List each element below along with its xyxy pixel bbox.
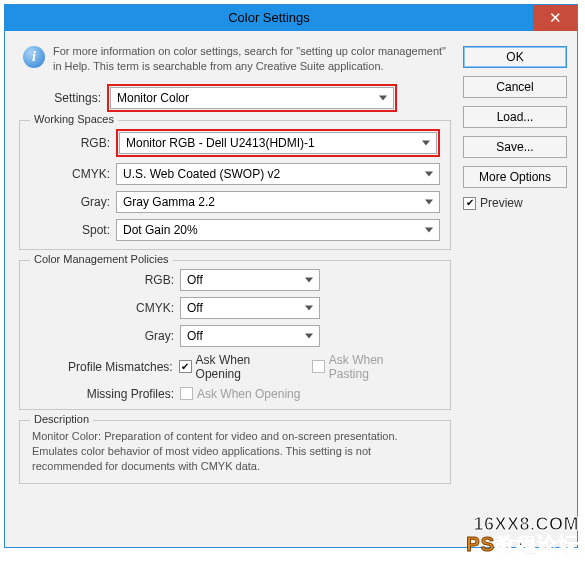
pol-gray-value: Off xyxy=(187,329,203,343)
pol-gray-label: Gray: xyxy=(30,329,180,343)
save-label: Save... xyxy=(496,140,533,154)
titlebar: Color Settings ✕ xyxy=(5,5,577,31)
settings-label: Settings: xyxy=(19,91,107,105)
ws-gray-row: Gray: Gray Gamma 2.2 xyxy=(30,191,440,213)
ws-rgb-value: Monitor RGB - Dell U2413(HDMI)-1 xyxy=(126,136,315,150)
mismatch-open-label: Ask When Opening xyxy=(196,353,298,381)
ws-cmyk-value: U.S. Web Coated (SWOP) v2 xyxy=(123,167,280,181)
missing-open-label: Ask When Opening xyxy=(197,387,300,401)
window-title: Color Settings xyxy=(5,5,533,31)
info-text: For more information on color settings, … xyxy=(53,44,451,74)
ws-cmyk-select[interactable]: U.S. Web Coated (SWOP) v2 xyxy=(116,163,440,185)
settings-select[interactable]: Monitor Color xyxy=(110,87,394,109)
settings-value: Monitor Color xyxy=(117,91,189,105)
mismatch-label: Profile Mismatches: xyxy=(30,360,179,374)
mismatch-row: Profile Mismatches: Ask When Opening Ask… xyxy=(30,353,440,381)
info-row: i For more information on color settings… xyxy=(19,44,451,74)
policies-legend: Color Management Policies xyxy=(30,253,173,265)
right-pane: OK Cancel Load... Save... More Options P… xyxy=(463,46,567,210)
left-pane: i For more information on color settings… xyxy=(19,44,451,494)
ws-cmyk-label: CMYK: xyxy=(30,167,116,181)
pol-cmyk-label: CMYK: xyxy=(30,301,180,315)
ws-spot-label: Spot: xyxy=(30,223,116,237)
description-text: Monitor Color: Preparation of content fo… xyxy=(30,429,440,475)
pol-gray-row: Gray: Off xyxy=(30,325,440,347)
description-legend: Description xyxy=(30,413,93,425)
settings-highlight: Monitor Color xyxy=(107,84,397,112)
pol-rgb-select[interactable]: Off xyxy=(180,269,320,291)
missing-open-checkbox[interactable] xyxy=(180,387,193,400)
ws-gray-select[interactable]: Gray Gamma 2.2 xyxy=(116,191,440,213)
ws-gray-label: Gray: xyxy=(30,195,116,209)
pol-cmyk-value: Off xyxy=(187,301,203,315)
pol-cmyk-select[interactable]: Off xyxy=(180,297,320,319)
cancel-label: Cancel xyxy=(496,80,533,94)
pol-rgb-row: RGB: Off xyxy=(30,269,440,291)
missing-row: Missing Profiles: Ask When Opening xyxy=(30,387,440,401)
preview-label: Preview xyxy=(480,196,523,210)
ws-cmyk-row: CMYK: U.S. Web Coated (SWOP) v2 xyxy=(30,163,440,185)
pol-gray-select[interactable]: Off xyxy=(180,325,320,347)
working-spaces-legend: Working Spaces xyxy=(30,113,118,125)
ws-gray-value: Gray Gamma 2.2 xyxy=(123,195,215,209)
ok-label: OK xyxy=(506,50,523,64)
working-spaces-group: Working Spaces RGB: Monitor RGB - Dell U… xyxy=(19,120,451,250)
mismatch-paste-label: Ask When Pasting xyxy=(329,353,426,381)
ws-spot-row: Spot: Dot Gain 20% xyxy=(30,219,440,241)
ws-rgb-row: RGB: Monitor RGB - Dell U2413(HDMI)-1 xyxy=(30,129,440,157)
more-options-button[interactable]: More Options xyxy=(463,166,567,188)
preview-checkbox[interactable] xyxy=(463,197,476,210)
mismatch-paste-checkbox[interactable] xyxy=(312,360,325,373)
preview-row: Preview xyxy=(463,196,567,210)
ws-spot-select[interactable]: Dot Gain 20% xyxy=(116,219,440,241)
load-button[interactable]: Load... xyxy=(463,106,567,128)
ws-rgb-label: RGB: xyxy=(30,136,116,150)
save-button[interactable]: Save... xyxy=(463,136,567,158)
info-icon: i xyxy=(23,46,45,68)
more-label: More Options xyxy=(479,170,551,184)
ws-rgb-select[interactable]: Monitor RGB - Dell U2413(HDMI)-1 xyxy=(119,132,437,154)
ok-button[interactable]: OK xyxy=(463,46,567,68)
load-label: Load... xyxy=(497,110,534,124)
ws-spot-value: Dot Gain 20% xyxy=(123,223,198,237)
close-icon: ✕ xyxy=(549,9,562,27)
cancel-button[interactable]: Cancel xyxy=(463,76,567,98)
pol-rgb-label: RGB: xyxy=(30,273,180,287)
dialog-window: Color Settings ✕ i For more information … xyxy=(4,4,578,548)
description-group: Description Monitor Color: Preparation o… xyxy=(19,420,451,484)
pol-cmyk-row: CMYK: Off xyxy=(30,297,440,319)
policies-group: Color Management Policies RGB: Off CMYK:… xyxy=(19,260,451,410)
close-button[interactable]: ✕ xyxy=(533,5,577,31)
missing-label: Missing Profiles: xyxy=(30,387,180,401)
dialog-body: i For more information on color settings… xyxy=(5,31,577,547)
mismatch-open-checkbox[interactable] xyxy=(179,360,192,373)
settings-row: Settings: Monitor Color xyxy=(19,84,451,112)
ws-rgb-highlight: Monitor RGB - Dell U2413(HDMI)-1 xyxy=(116,129,440,157)
pol-rgb-value: Off xyxy=(187,273,203,287)
